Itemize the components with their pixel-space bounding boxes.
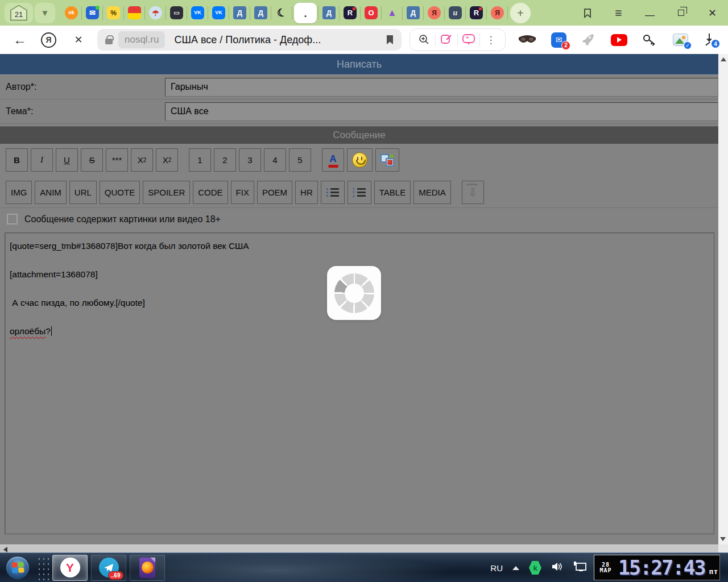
turbo-rocket-extension[interactable] [581,33,596,47]
network-display-icon[interactable] [573,561,587,575]
tab-umbrella[interactable]: ☂ [145,1,166,26]
tab-ok[interactable]: ok [61,1,82,26]
paste-attach-button[interactable]: ⇩ [462,181,484,204]
tab-o[interactable]: O [361,1,382,26]
strike-button[interactable]: S [81,148,103,172]
author-input[interactable] [165,78,718,97]
tab-yandex-mail[interactable] [124,1,145,26]
tab-rutube-2[interactable]: R [466,1,487,26]
fontsize-2-button[interactable]: 2 [214,148,236,172]
taskbar-yandex-browser[interactable]: Y [52,555,88,581]
extensions-row: ✉ 2 ✓ 4 [518,32,717,48]
fontsize-3-button[interactable]: 3 [239,148,261,172]
minimize-button[interactable]: — [634,0,665,26]
tray-expand-arrow[interactable] [512,566,519,570]
adult-checkbox[interactable] [7,214,18,225]
vertical-scrollbar[interactable] [718,54,728,544]
superscript-button[interactable]: X2 [131,148,153,172]
code-button[interactable]: CODE [193,181,228,204]
maximize-button[interactable] [665,0,697,26]
fontsize-5-button[interactable]: 5 [289,148,311,172]
tab-yandex-1[interactable]: Я [424,1,445,26]
restore-icon [678,10,684,16]
d-letter-icon: Д [254,6,267,19]
mail-extension[interactable]: ✉ 2 [551,32,566,48]
tab-wallet[interactable]: ▭ [166,1,187,26]
tab-yandex-2[interactable]: Я [487,1,508,26]
downloads-button[interactable]: 4 [703,33,717,47]
tab-mailru[interactable]: ✉ [82,1,103,26]
bullet-list-button[interactable] [321,181,345,204]
stars-button[interactable]: *** [106,148,128,172]
edit-mode-button[interactable] [436,30,457,50]
tab-vk-2[interactable]: vk [208,1,229,26]
yandex-button[interactable]: Я [41,32,56,48]
smiley-button[interactable] [347,148,373,172]
url-button[interactable]: URL [69,181,97,204]
media-button[interactable]: MEDIA [413,181,451,204]
tab-list-chevron[interactable]: ▼ [35,3,55,23]
password-key-extension[interactable] [642,34,658,46]
tab-d2-3[interactable]: Д [318,1,340,26]
images-extension[interactable]: ✓ [673,34,688,46]
tab-counter-group[interactable]: 21 ▼ [5,3,55,23]
kaspersky-icon[interactable]: k [529,561,541,575]
sup-mark: 2 [143,157,147,163]
tab-d2-4[interactable]: Д [403,1,424,26]
numbered-list-icon [353,187,366,198]
gallery-button[interactable] [375,148,399,172]
italic-button[interactable]: I [31,148,53,172]
browser-menu-button[interactable]: ≡ [603,0,634,26]
tab-d2-1[interactable]: Д [229,1,250,26]
hr-button[interactable]: HR [295,181,318,204]
horizontal-scrollbar[interactable] [0,544,718,552]
fontsize-1-button[interactable]: 1 [189,148,211,172]
bold-button[interactable]: B [6,148,28,172]
stop-button[interactable]: ✕ [70,34,87,46]
tab-vk-1[interactable]: vk [187,1,208,26]
new-tab-button[interactable]: + [510,3,531,23]
clock-widget[interactable]: 28 МАР 15:27:43 пт [594,555,720,580]
url-field[interactable]: nosql.ru США все / Политика - Дедоф... [97,29,402,51]
img-button[interactable]: IMG [6,181,32,204]
underline-button[interactable]: U [56,148,78,172]
bookmarks-panel-button[interactable] [572,0,603,26]
taskbar-telegram[interactable]: ..69 [91,555,126,581]
taskbar-drag-handle[interactable] [36,555,49,580]
table-button[interactable]: TABLE [374,181,411,204]
font-color-button[interactable]: A [322,148,344,172]
tab-rutube-1[interactable]: R [340,1,361,26]
tab-counter[interactable]: 21 [5,3,33,23]
quote-button[interactable]: QUOTE [100,181,140,204]
zoom-page-button[interactable] [413,30,435,50]
start-button[interactable] [6,556,30,580]
more-actions-button[interactable]: ⋮ [480,30,502,50]
close-button[interactable]: ✕ [697,0,728,26]
youtube-extension[interactable] [611,34,627,46]
tab-loading[interactable]: ☾ [271,1,292,26]
spoiler-button[interactable]: SPOILER [143,181,190,204]
domain-chip[interactable]: nosql.ru [118,31,165,48]
anim-button[interactable]: ANIM [35,181,67,204]
poem-button[interactable]: POEM [257,181,292,204]
taskbar-firefox[interactable] [130,555,165,581]
tab-sale[interactable]: % [103,1,124,26]
subscript-button[interactable]: X2 [156,148,178,172]
tab-d2-2[interactable]: Д [250,1,271,26]
tab-prism[interactable]: ▲ [382,1,403,26]
fix-button[interactable]: FIX [231,181,254,204]
incognito-mask-extension[interactable] [518,35,536,45]
volume-icon[interactable] [551,562,564,574]
scroll-up-arrow[interactable] [721,57,726,61]
tab-u[interactable]: u [445,1,466,26]
tab-active[interactable]: . [292,1,318,26]
fontsize-4-button[interactable]: 4 [264,148,286,172]
topic-input[interactable] [165,102,718,121]
scroll-down-arrow[interactable] [720,537,726,541]
numbered-list-button[interactable] [348,181,371,204]
bookmark-button[interactable] [384,34,395,45]
scroll-left-arrow[interactable] [3,547,7,552]
comments-button[interactable]: “ [458,30,479,50]
language-indicator[interactable]: RU [490,563,503,573]
back-button[interactable]: ← [10,32,30,48]
